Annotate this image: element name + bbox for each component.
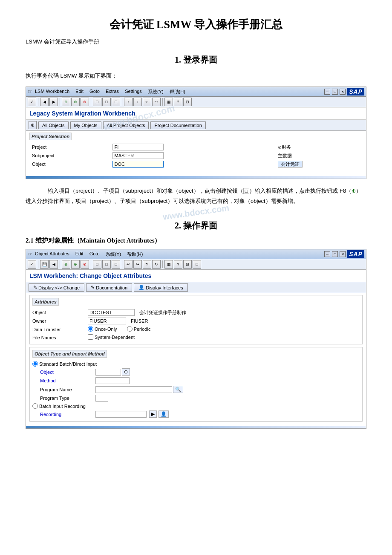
menu2-objattr[interactable]: Object Attributes [35, 251, 69, 257]
input-project[interactable] [112, 144, 164, 150]
input-prog-name[interactable] [95, 386, 172, 393]
forward-btn[interactable]: ▶ [49, 98, 58, 106]
section2-heading: 2. 操作界面 [26, 220, 366, 231]
radio-batch-recording[interactable]: Batch Input Recording [32, 403, 86, 409]
attr-value-fn: System-Dependent [88, 334, 360, 341]
change-btn-2[interactable]: ⊕ [71, 260, 80, 269]
tab-documentation[interactable]: ✎ Documentation [86, 283, 132, 292]
close-button[interactable]: ✕ [340, 89, 346, 95]
grid-btn-2[interactable]: ▦ [164, 260, 173, 269]
radio-std-input[interactable] [32, 361, 38, 367]
menu2-goto[interactable]: Goto [89, 251, 100, 257]
recording-btn-2[interactable]: 👤 [159, 410, 169, 418]
menu-goto[interactable]: Goto [89, 89, 100, 95]
delete-btn[interactable]: ⊗ [81, 98, 89, 106]
find-btn-2[interactable]: □ [102, 260, 111, 269]
input-recording[interactable] [95, 411, 147, 418]
print-btn[interactable]: □ [93, 98, 101, 106]
input-object-attr[interactable] [88, 309, 135, 316]
help-btn-2[interactable]: ? [174, 260, 182, 269]
input-prog-type[interactable] [95, 395, 108, 402]
find-btn[interactable]: □ [102, 98, 111, 106]
window2-icon: ☞ [28, 251, 32, 257]
attr-value-owner: FIUSER [88, 318, 360, 324]
titlebar2-left: ☞ Object Attributes Edit Goto 系统(Y) 帮助(H… [28, 251, 143, 257]
menu2-help[interactable]: 帮助(H) [127, 251, 143, 257]
nav-my-objects[interactable]: My Objects [70, 121, 101, 129]
input-object-type[interactable] [95, 369, 121, 376]
back-btn-2[interactable]: ◀ [49, 260, 58, 269]
nav-compass-btn[interactable]: ⊕ [29, 121, 37, 129]
radio-once-only-input[interactable] [88, 326, 93, 332]
nav-bar-2: ✎ Display <-> Change ✎ Documentation 👤 D… [26, 282, 366, 293]
sap-toolbar-1: ✓ ◀ ▶ ⊕ ⊕ ⊗ □ □ □ ↑ ↓ ↩ ↪ ▦ ? ⊡ [26, 97, 366, 107]
help-btn[interactable]: ? [174, 98, 182, 106]
sap-window-1: ☞ LSM Workbench Edit Goto Extras Setting… [26, 87, 366, 179]
scroll-dn-btn[interactable]: ↓ [133, 98, 142, 106]
tab-display-interfaces[interactable]: 👤 Display Interfaces [134, 283, 187, 292]
menu2-system[interactable]: 系统(Y) [106, 251, 121, 257]
nav-all-objects[interactable]: All Objects [38, 121, 69, 129]
maximize-button-2[interactable]: □ [332, 251, 338, 257]
sort-desc-btn[interactable]: ↪ [133, 260, 142, 269]
extra-btn-2[interactable]: □ [193, 260, 201, 269]
menu-edit[interactable]: Edit [75, 89, 84, 95]
titlebar2-right: ─ □ ✕ SAP [324, 250, 364, 258]
execute-btn-2[interactable]: ✓ [28, 260, 36, 269]
nav-project-documentation[interactable]: Project Documentation [150, 121, 205, 129]
sort-asc-btn[interactable]: ↩ [124, 260, 133, 269]
info-btn[interactable]: ⊡ [183, 98, 192, 106]
minimize-button[interactable]: ─ [324, 89, 330, 95]
radio-periodic-input[interactable] [127, 326, 133, 332]
checkbox-system-dep-input[interactable] [88, 334, 93, 340]
info-btn-2[interactable]: ⊡ [183, 260, 192, 269]
radio-std-row: Standard Batch/Direct Input [32, 360, 360, 367]
obj-type-search-btn[interactable]: ⊙ [122, 368, 130, 376]
new-btn-2[interactable]: ⊕ [62, 260, 70, 269]
scroll-up-btn[interactable]: ↑ [124, 98, 133, 106]
nav-all-project-objects[interactable]: All Project Objects [103, 121, 149, 129]
scroll-lt-btn[interactable]: ↩ [143, 98, 151, 106]
menu-help[interactable]: 帮助(H) [170, 89, 185, 95]
minimize-button-2[interactable]: ─ [324, 251, 330, 257]
find-next-btn[interactable]: □ [112, 98, 120, 106]
delete-btn-2[interactable]: ⊗ [81, 260, 89, 269]
recording-btn-1[interactable]: ▶ [149, 410, 157, 418]
menu-lsmw[interactable]: LSM Workbench [35, 89, 69, 95]
tab-display-change[interactable]: ✎ Display <-> Change [29, 283, 84, 292]
grid-btn[interactable]: ▦ [164, 98, 173, 106]
menu-settings[interactable]: Settings [125, 89, 142, 95]
radio-batch-input[interactable] [32, 403, 38, 409]
new-btn[interactable]: ⊕ [62, 98, 70, 106]
close-button-2[interactable]: ✕ [340, 251, 346, 257]
scroll-rt-btn[interactable]: ↪ [152, 98, 161, 106]
menu-extras[interactable]: Extras [106, 89, 119, 95]
menu-system[interactable]: 系统(Y) [148, 89, 164, 95]
input-owner[interactable] [88, 318, 126, 324]
find-next-btn-2[interactable]: □ [112, 260, 120, 269]
execute-btn[interactable]: ✓ [28, 98, 36, 106]
input-object[interactable] [112, 161, 164, 168]
prog-name-search-btn[interactable]: 🔍 [173, 386, 183, 393]
maximize-button[interactable]: □ [332, 89, 338, 95]
input-method[interactable] [95, 377, 130, 384]
back-btn[interactable]: ◀ [40, 98, 49, 106]
create-btn-icon: □ [243, 188, 250, 194]
checkbox-system-dep[interactable]: System-Dependent [88, 334, 135, 340]
input-subproject[interactable] [112, 152, 164, 159]
print-btn-2[interactable]: □ [93, 260, 101, 269]
section1-description: 执行事务代码 LSMW 显示如下界面： [26, 71, 366, 81]
menu2-edit[interactable]: Edit [75, 251, 84, 257]
owner-desc: FIUSER [131, 318, 148, 324]
save-btn-2[interactable]: 💾 [40, 260, 49, 269]
filter-btn[interactable]: ↻ [143, 260, 151, 269]
sap-body-2: Attributes Object 会计凭证操作手册制作 Owner FIUSE… [26, 293, 366, 426]
radio-periodic[interactable]: Periodic [127, 326, 151, 332]
value-project [110, 143, 275, 151]
user-icon: 👤 [138, 285, 144, 290]
sum-btn[interactable]: ↻ [152, 260, 161, 269]
radio-std-batch[interactable]: Standard Batch/Direct Input [32, 361, 97, 367]
change-btn[interactable]: ⊕ [71, 98, 80, 106]
window2: ☞ Object Attributes Edit Goto 系统(Y) 帮助(H… [26, 249, 366, 436]
radio-once-only[interactable]: Once-Only [88, 326, 117, 332]
